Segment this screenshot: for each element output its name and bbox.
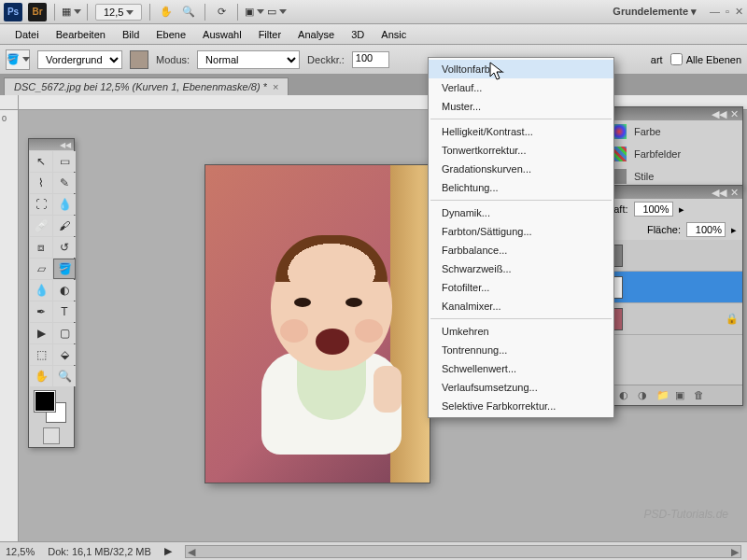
blend-mode-select[interactable]: Normal bbox=[197, 50, 300, 69]
menu-item-volltonfarbe[interactable]: Volltonfarbe... bbox=[429, 60, 613, 78]
menu-item-tontrennung[interactable]: Tontrennung... bbox=[429, 341, 613, 359]
menu-item-fotofilter[interactable]: Fotofilter... bbox=[429, 278, 613, 297]
status-zoom[interactable]: 12,5% bbox=[6, 546, 35, 557]
stamp-tool[interactable]: ⧈ bbox=[30, 237, 52, 258]
menu-filter[interactable]: Filter bbox=[251, 26, 289, 43]
menu-item-verlauf[interactable]: Verlauf... bbox=[429, 78, 613, 97]
eraser-tool[interactable]: ▱ bbox=[30, 259, 52, 279]
lock-icon: 🔒 bbox=[726, 313, 739, 325]
menu-analyse[interactable]: Analyse bbox=[290, 26, 342, 43]
panel-collapse-icon[interactable]: ◀◀ bbox=[712, 187, 726, 199]
shape-tool[interactable]: ▢ bbox=[53, 323, 76, 343]
opacity-field[interactable]: 100 bbox=[352, 51, 389, 68]
minimize-icon[interactable]: — bbox=[710, 6, 720, 18]
menu-3d[interactable]: 3D bbox=[344, 26, 372, 43]
horizontal-scrollbar[interactable]: ◀▶ bbox=[185, 545, 741, 558]
layer-opacity-field[interactable]: 100% bbox=[634, 202, 673, 217]
lasso-tool[interactable]: ⌇ bbox=[30, 173, 52, 193]
zoom-tool[interactable]: 🔍 bbox=[53, 366, 76, 386]
menu-item-schwellenwert[interactable]: Schwellenwert... bbox=[429, 359, 613, 378]
arrange-docs-icon[interactable]: ▣ bbox=[246, 4, 262, 21]
menu-item-schwarzweiss[interactable]: Schwarzweiß... bbox=[429, 259, 613, 278]
move-tool[interactable]: ↖ bbox=[30, 151, 52, 172]
fill-color-swatch[interactable] bbox=[130, 50, 148, 69]
dodge-tool[interactable]: ◐ bbox=[53, 280, 76, 301]
menu-item-kanalmixer[interactable]: Kanalmixer... bbox=[429, 297, 613, 315]
status-arrow-icon[interactable]: ▶ bbox=[164, 545, 172, 557]
pen-tool[interactable]: ✒ bbox=[30, 301, 52, 322]
tab-farbfelder[interactable]: Farbfelder bbox=[604, 143, 742, 165]
menu-ansicht[interactable]: Ansic bbox=[374, 26, 414, 43]
menu-item-dynamik[interactable]: Dynamik... bbox=[429, 203, 613, 222]
3d-tool[interactable]: ⬚ bbox=[30, 344, 52, 365]
restore-icon[interactable]: ▫ bbox=[726, 6, 729, 18]
photoshop-logo-icon[interactable]: Ps bbox=[4, 3, 22, 21]
bridge-logo-icon[interactable]: Br bbox=[28, 3, 47, 21]
layer-fill-field[interactable]: 100% bbox=[686, 222, 726, 237]
hand-tool[interactable]: ✋ bbox=[30, 366, 52, 386]
menu-item-gradationskurven[interactable]: Gradationskurven... bbox=[429, 160, 613, 178]
document-tab[interactable]: DSC_5672.jpg bei 12,5% (Kurven 1, Ebenen… bbox=[4, 77, 289, 95]
new-layer-icon[interactable]: ▣ bbox=[675, 389, 688, 402]
menu-bild[interactable]: Bild bbox=[115, 26, 147, 43]
brush-tool[interactable]: 🖌 bbox=[53, 216, 76, 236]
bucket-tool[interactable]: 🪣 bbox=[53, 259, 76, 279]
application-bar: Ps Br ▦ 12,5 ✋ 🔍 ⟳ ▣ ▭ Grundelemente ▾ —… bbox=[0, 0, 747, 24]
3d-camera-tool[interactable]: ⬙ bbox=[53, 344, 76, 365]
healing-tool[interactable]: 🩹 bbox=[30, 216, 52, 236]
hand-tool-icon[interactable]: ✋ bbox=[158, 4, 175, 21]
quick-select-tool[interactable]: ✎ bbox=[53, 173, 76, 193]
history-brush-tool[interactable]: ↺ bbox=[53, 237, 76, 258]
all-layers-checkbox[interactable] bbox=[670, 53, 683, 65]
foreground-swatch[interactable] bbox=[35, 391, 55, 412]
panel-close-icon[interactable]: ✕ bbox=[730, 187, 739, 199]
ruler-vertical[interactable]: 0 bbox=[0, 110, 19, 541]
eyedropper-tool[interactable]: 💧 bbox=[53, 194, 76, 215]
zoom-level-field[interactable]: 12,5 bbox=[95, 4, 142, 21]
menu-item-helligkeit-kontrast[interactable]: Helligkeit/Kontrast... bbox=[429, 122, 613, 141]
ruler-origin[interactable] bbox=[0, 95, 19, 110]
menu-item-tonwertkorrektur[interactable]: Tonwertkorrektur... bbox=[429, 141, 613, 160]
status-docinfo[interactable]: Dok: 16,1 MB/32,2 MB bbox=[48, 546, 151, 557]
screen-mode-icon[interactable]: ▭ bbox=[268, 4, 285, 21]
menu-ebene[interactable]: Ebene bbox=[148, 26, 193, 43]
current-tool-icon[interactable]: 🪣 bbox=[6, 49, 30, 70]
blur-tool[interactable]: 💧 bbox=[30, 280, 52, 301]
menu-auswahl[interactable]: Auswahl bbox=[195, 26, 249, 43]
panel-close-icon[interactable]: ✕ bbox=[730, 108, 739, 120]
layer-mask-icon[interactable]: ◐ bbox=[619, 389, 632, 402]
menu-datei[interactable]: Datei bbox=[7, 26, 47, 43]
quick-mask-toggle[interactable] bbox=[29, 425, 74, 447]
workspace-switcher[interactable]: Grundelemente ▾ bbox=[613, 6, 704, 18]
menu-bearbeiten[interactable]: Bearbeiten bbox=[49, 26, 113, 43]
close-icon[interactable]: ✕ bbox=[735, 6, 743, 18]
color-swatches[interactable] bbox=[31, 389, 72, 423]
delete-layer-icon[interactable]: 🗑 bbox=[694, 389, 707, 402]
group-icon[interactable]: 📁 bbox=[656, 389, 669, 402]
collapse-icon[interactable]: ◀◀ bbox=[60, 141, 71, 149]
adjustment-layer-icon[interactable]: ◑ bbox=[638, 389, 651, 402]
crop-tool[interactable]: ⛶ bbox=[30, 194, 52, 215]
fill-target-select[interactable]: Vordergrund bbox=[37, 50, 122, 69]
menu-item-farbton-saettigung[interactable]: Farbton/Sättigung... bbox=[429, 222, 613, 241]
type-tool[interactable]: T bbox=[53, 301, 76, 322]
fill-slider-icon[interactable]: ▸ bbox=[731, 224, 737, 236]
tab-farbe[interactable]: Farbe bbox=[604, 120, 742, 143]
menu-item-umkehren[interactable]: Umkehren bbox=[429, 322, 613, 341]
path-select-tool[interactable]: ▶ bbox=[30, 323, 52, 343]
tools-panel-header[interactable]: ◀◀ bbox=[29, 139, 74, 150]
zoom-tool-icon[interactable]: 🔍 bbox=[180, 4, 197, 21]
panel-collapse-icon[interactable]: ◀◀ bbox=[712, 108, 726, 120]
layer-fill-label: Fläche: bbox=[647, 224, 681, 235]
menu-item-selektive-farbkorrektur[interactable]: Selektive Farbkorrektur... bbox=[429, 397, 613, 415]
menu-item-farbbalance[interactable]: Farbbalance... bbox=[429, 241, 613, 259]
rotate-view-icon[interactable]: ⟳ bbox=[213, 4, 230, 21]
canvas[interactable] bbox=[205, 165, 430, 483]
opacity-slider-icon[interactable]: ▸ bbox=[679, 203, 684, 216]
menu-item-muster[interactable]: Muster... bbox=[429, 97, 613, 116]
layout-icon[interactable]: ▦ bbox=[63, 4, 79, 21]
tab-close-icon[interactable]: × bbox=[273, 81, 278, 92]
menu-item-verlaufsumsetzung[interactable]: Verlaufsumsetzung... bbox=[429, 378, 613, 397]
menu-item-belichtung[interactable]: Belichtung... bbox=[429, 178, 613, 197]
marquee-tool[interactable]: ▭ bbox=[53, 151, 76, 172]
